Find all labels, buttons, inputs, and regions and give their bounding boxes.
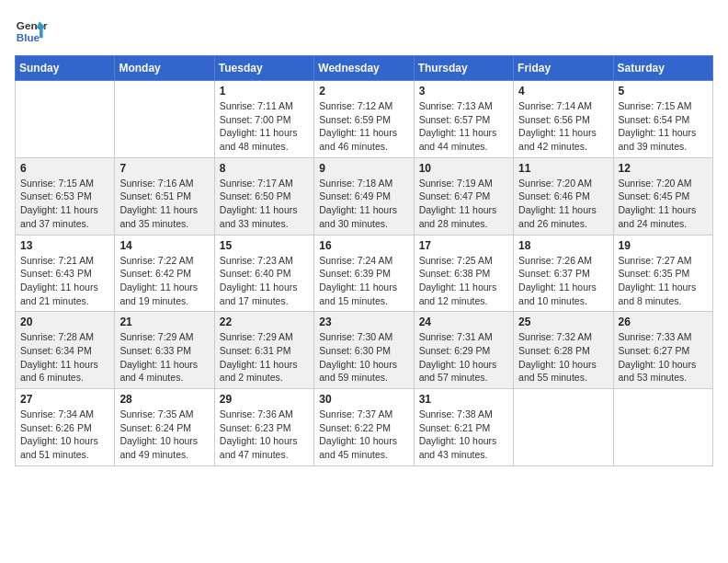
day-number: 5 — [619, 85, 708, 98]
calendar-cell — [115, 81, 214, 158]
daylight-text: Daylight: 10 hours and 53 minutes. — [619, 358, 708, 385]
sunset-text: Sunset: 6:27 PM — [619, 344, 708, 358]
sunrise-text: Sunrise: 7:11 AM — [220, 99, 309, 113]
daylight-text: Daylight: 11 hours and 30 minutes. — [319, 203, 408, 230]
day-number: 26 — [619, 316, 708, 328]
sunrise-text: Sunrise: 7:13 AM — [419, 99, 508, 113]
sunrise-text: Sunrise: 7:25 AM — [419, 254, 508, 268]
day-number: 7 — [119, 162, 209, 175]
sunrise-text: Sunrise: 7:24 AM — [319, 254, 408, 268]
calendar-cell: 31Sunrise: 7:38 AMSunset: 6:21 PMDayligh… — [414, 389, 513, 466]
daylight-text: Daylight: 11 hours and 46 minutes. — [319, 126, 408, 153]
daylight-text: Daylight: 11 hours and 19 minutes. — [119, 281, 209, 307]
calendar-cell — [613, 389, 712, 466]
daylight-text: Daylight: 11 hours and 44 minutes. — [419, 126, 508, 153]
day-info: Sunrise: 7:35 AMSunset: 6:24 PMDaylight:… — [119, 408, 209, 462]
calendar-cell — [16, 81, 115, 158]
day-info: Sunrise: 7:26 AMSunset: 6:37 PMDaylight:… — [518, 254, 608, 308]
day-info: Sunrise: 7:15 AMSunset: 6:53 PMDaylight:… — [20, 177, 109, 231]
day-info: Sunrise: 7:22 AMSunset: 6:42 PMDaylight:… — [119, 254, 209, 308]
day-info: Sunrise: 7:24 AMSunset: 6:39 PMDaylight:… — [319, 254, 408, 308]
sunset-text: Sunset: 6:24 PM — [119, 421, 209, 435]
day-info: Sunrise: 7:38 AMSunset: 6:21 PMDaylight:… — [419, 408, 508, 462]
sunset-text: Sunset: 6:35 PM — [619, 267, 708, 281]
day-info: Sunrise: 7:13 AMSunset: 6:57 PMDaylight:… — [419, 99, 508, 154]
day-info: Sunrise: 7:37 AMSunset: 6:22 PMDaylight:… — [319, 408, 408, 462]
sunset-text: Sunset: 6:22 PM — [319, 421, 408, 435]
calendar-cell: 28Sunrise: 7:35 AMSunset: 6:24 PMDayligh… — [115, 389, 214, 466]
sunrise-text: Sunrise: 7:20 AM — [518, 177, 608, 190]
calendar-cell: 22Sunrise: 7:29 AMSunset: 6:31 PMDayligh… — [214, 312, 313, 389]
daylight-text: Daylight: 10 hours and 49 minutes. — [119, 434, 209, 461]
sunrise-text: Sunrise: 7:38 AM — [419, 408, 508, 421]
calendar-cell — [514, 389, 613, 466]
sunrise-text: Sunrise: 7:26 AM — [518, 254, 608, 268]
daylight-text: Daylight: 11 hours and 48 minutes. — [220, 126, 309, 153]
svg-text:Blue: Blue — [17, 31, 40, 43]
daylight-text: Daylight: 11 hours and 6 minutes. — [20, 358, 109, 385]
day-number: 31 — [419, 393, 508, 406]
calendar-week-2: 6Sunrise: 7:15 AMSunset: 6:53 PMDaylight… — [16, 157, 713, 235]
day-number: 2 — [319, 85, 408, 98]
day-info: Sunrise: 7:14 AMSunset: 6:56 PMDaylight:… — [518, 99, 608, 154]
daylight-text: Daylight: 11 hours and 12 minutes. — [419, 281, 508, 307]
sunset-text: Sunset: 6:33 PM — [119, 344, 209, 358]
sunrise-text: Sunrise: 7:33 AM — [619, 330, 708, 344]
calendar-cell: 23Sunrise: 7:30 AMSunset: 6:30 PMDayligh… — [314, 312, 414, 389]
page-header: General Blue — [15, 15, 713, 48]
sunset-text: Sunset: 6:45 PM — [619, 190, 708, 203]
calendar-cell: 26Sunrise: 7:33 AMSunset: 6:27 PMDayligh… — [613, 312, 712, 389]
day-number: 9 — [319, 162, 408, 175]
day-number: 3 — [419, 85, 508, 98]
calendar-cell: 27Sunrise: 7:34 AMSunset: 6:26 PMDayligh… — [16, 389, 115, 466]
sunrise-text: Sunrise: 7:18 AM — [319, 177, 408, 190]
logo-icon: General Blue — [15, 15, 48, 48]
calendar-cell: 11Sunrise: 7:20 AMSunset: 6:46 PMDayligh… — [514, 157, 613, 235]
daylight-text: Daylight: 11 hours and 33 minutes. — [220, 203, 309, 230]
day-number: 15 — [220, 239, 309, 252]
daylight-text: Daylight: 11 hours and 2 minutes. — [220, 358, 309, 385]
day-info: Sunrise: 7:28 AMSunset: 6:34 PMDaylight:… — [20, 330, 109, 385]
day-number: 28 — [119, 393, 209, 406]
day-info: Sunrise: 7:31 AMSunset: 6:29 PMDaylight:… — [419, 330, 508, 385]
day-info: Sunrise: 7:27 AMSunset: 6:35 PMDaylight:… — [619, 254, 708, 308]
sunset-text: Sunset: 6:29 PM — [419, 344, 508, 358]
sunrise-text: Sunrise: 7:32 AM — [518, 330, 608, 344]
sunset-text: Sunset: 6:57 PM — [419, 113, 508, 127]
daylight-text: Daylight: 11 hours and 35 minutes. — [119, 203, 209, 230]
day-info: Sunrise: 7:15 AMSunset: 6:54 PMDaylight:… — [619, 99, 708, 154]
weekday-header-row: SundayMondayTuesdayWednesdayThursdayFrid… — [16, 56, 713, 81]
sunset-text: Sunset: 6:38 PM — [419, 267, 508, 281]
calendar-cell: 5Sunrise: 7:15 AMSunset: 6:54 PMDaylight… — [613, 81, 712, 158]
sunrise-text: Sunrise: 7:19 AM — [419, 177, 508, 190]
calendar-week-3: 13Sunrise: 7:21 AMSunset: 6:43 PMDayligh… — [16, 235, 713, 312]
daylight-text: Daylight: 10 hours and 45 minutes. — [319, 434, 408, 461]
sunrise-text: Sunrise: 7:29 AM — [220, 330, 309, 344]
daylight-text: Daylight: 10 hours and 59 minutes. — [319, 358, 408, 385]
day-info: Sunrise: 7:20 AMSunset: 6:46 PMDaylight:… — [518, 177, 608, 231]
sunset-text: Sunset: 6:23 PM — [220, 421, 309, 435]
sunset-text: Sunset: 6:49 PM — [319, 190, 408, 203]
calendar-cell: 3Sunrise: 7:13 AMSunset: 6:57 PMDaylight… — [414, 81, 513, 158]
weekday-header-wednesday: Wednesday — [314, 56, 414, 81]
day-info: Sunrise: 7:29 AMSunset: 6:33 PMDaylight:… — [119, 330, 209, 385]
sunrise-text: Sunrise: 7:17 AM — [220, 177, 309, 190]
sunset-text: Sunset: 6:46 PM — [518, 190, 608, 203]
day-info: Sunrise: 7:33 AMSunset: 6:27 PMDaylight:… — [619, 330, 708, 385]
sunset-text: Sunset: 7:00 PM — [220, 113, 309, 127]
day-number: 4 — [518, 85, 608, 98]
day-number: 25 — [518, 316, 608, 328]
day-info: Sunrise: 7:16 AMSunset: 6:51 PMDaylight:… — [119, 177, 209, 231]
sunrise-text: Sunrise: 7:28 AM — [20, 330, 109, 344]
day-number: 17 — [419, 239, 508, 252]
daylight-text: Daylight: 10 hours and 47 minutes. — [220, 434, 309, 461]
day-info: Sunrise: 7:11 AMSunset: 7:00 PMDaylight:… — [220, 99, 309, 154]
weekday-header-sunday: Sunday — [16, 56, 115, 81]
calendar-cell: 7Sunrise: 7:16 AMSunset: 6:51 PMDaylight… — [115, 157, 214, 235]
day-info: Sunrise: 7:29 AMSunset: 6:31 PMDaylight:… — [220, 330, 309, 385]
sunrise-text: Sunrise: 7:22 AM — [119, 254, 209, 268]
day-number: 14 — [119, 239, 209, 252]
day-number: 30 — [319, 393, 408, 406]
day-info: Sunrise: 7:21 AMSunset: 6:43 PMDaylight:… — [20, 254, 109, 308]
calendar-cell: 9Sunrise: 7:18 AMSunset: 6:49 PMDaylight… — [314, 157, 414, 235]
